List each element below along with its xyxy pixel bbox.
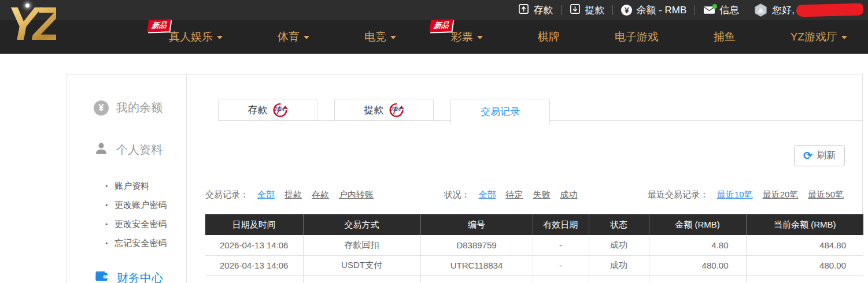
topbar-separator	[695, 5, 695, 15]
cell-status: 成功	[589, 255, 649, 275]
filter-status-failed[interactable]: 失败	[533, 189, 550, 200]
filter-recent-10[interactable]: 最近10笔	[717, 189, 753, 200]
cell-datetime: 2026-04-13 14:06	[205, 255, 303, 275]
content-panel: 存款 7/24 提款 7/24 交易记录 ⟳ 刷新	[187, 74, 863, 283]
new-badge: 新品	[429, 19, 453, 32]
col-header-method: 交易方式	[303, 214, 420, 235]
envelope-icon	[703, 6, 715, 14]
deposit-icon	[518, 3, 529, 17]
tab-label: 交易记录	[481, 105, 520, 118]
nav-label: 捕鱼	[714, 31, 736, 43]
sidebar-item-forgot-security-password[interactable]: 忘记安全密码	[105, 233, 186, 252]
chevron-down-icon	[477, 36, 483, 39]
cell-balance: 484.80	[746, 235, 863, 255]
site-logo[interactable]: YZ	[7, 0, 56, 50]
table-row: 2026-04-13 14:06 存款回扣 D8389759 - 成功 4.80…	[205, 235, 863, 255]
nav-item-board-games[interactable]: 棋牌	[538, 29, 560, 44]
cell-reference	[420, 275, 533, 283]
topbar: 存款 提款 ¥ 余额 - RMB 信息 您好,	[0, 0, 868, 20]
nav-item-lottery[interactable]: 新品 彩票	[451, 29, 483, 44]
cell-amount: 480.00	[649, 255, 746, 275]
cell-method: USDT支付	[303, 255, 420, 275]
deposit-link[interactable]: 存款	[518, 3, 553, 17]
wallet-icon	[94, 269, 109, 283]
filter-status-pending[interactable]: 待定	[505, 189, 523, 200]
cell-valid-date: -	[533, 235, 589, 255]
sidebar-item-profile[interactable]: 个人资料	[67, 141, 186, 159]
nav-label: YZ游戏厅	[791, 31, 837, 43]
cell-balance: 480.00	[746, 255, 863, 275]
table-header-row: 日期及时间 交易方式 编号 有效日期 状态 金额 (RMB) 当前余额 (RMB…	[205, 214, 863, 235]
filter-recent-20[interactable]: 最近20笔	[763, 189, 799, 200]
nav-item-slots[interactable]: 电子游戏	[615, 29, 659, 44]
nav-item-sports[interactable]: 体育	[278, 29, 309, 44]
nav-label: 电子游戏	[615, 31, 659, 43]
tab-label: 提款	[364, 103, 384, 117]
filter-type-withdraw[interactable]: 提款	[285, 189, 302, 200]
cell-datetime: 2026-04-13 14:06	[205, 235, 303, 255]
cell-amount: 4.80	[649, 235, 746, 255]
sidebar-item-change-account-password[interactable]: 更改账户密码	[105, 195, 186, 214]
messages-link[interactable]: 信息	[703, 3, 739, 17]
yen-circle-icon: ¥	[94, 100, 109, 116]
cell-balance	[746, 275, 863, 283]
filter-bar: 交易记录： 全部 提款 存款 户内转账 状况： 全部 待定 失败 成功 最近交易…	[205, 189, 844, 200]
transactions-table: 日期及时间 交易方式 编号 有效日期 状态 金额 (RMB) 当前余额 (RMB…	[205, 214, 863, 283]
sidebar: ¥ 我的余额 个人资料 账户资料 更改账户密码 更改安全密码 忘记安全密码 财务…	[67, 74, 187, 283]
withdraw-icon	[570, 3, 581, 17]
withdraw-link[interactable]: 提款	[570, 3, 604, 17]
refresh-button[interactable]: ⟳ 刷新	[794, 145, 845, 166]
username-redaction	[796, 3, 864, 17]
cell-valid-date: -	[533, 255, 589, 275]
tab-withdraw[interactable]: 提款 7/24	[334, 99, 434, 121]
col-header-datetime: 日期及时间	[205, 214, 303, 235]
cell-reference: D8389759	[420, 235, 533, 255]
balance-label: 余额 - RMB	[636, 3, 686, 17]
nav-label: 电竞	[364, 31, 386, 43]
col-header-reference: 编号	[420, 214, 533, 235]
nav-item-fishing[interactable]: 捕鱼	[714, 29, 736, 44]
chevron-down-icon	[304, 36, 309, 39]
filter-type-all[interactable]: 全部	[257, 189, 275, 200]
refresh-icon: ⟳	[803, 150, 812, 161]
sidebar-item-account-info[interactable]: 账户资料	[105, 176, 186, 195]
nav-item-live-casino[interactable]: 新品 真人娱乐	[169, 29, 223, 44]
filter-recent-50[interactable]: 最近50笔	[808, 189, 844, 200]
sidebar-item-finance-center[interactable]: 财务中心	[67, 269, 186, 283]
sidebar-item-change-security-password[interactable]: 更改安全密码	[105, 214, 186, 233]
cell-status	[589, 275, 649, 283]
site-header: YZ 存款 提款 ¥ 余额 - RMB 信息	[0, 0, 868, 54]
nav-item-yz-hall[interactable]: YZ游戏厅	[791, 29, 847, 44]
messages-label: 信息	[719, 3, 739, 17]
sidebar-item-my-balance[interactable]: ¥ 我的余额	[67, 100, 186, 116]
filter-status-all[interactable]: 全部	[478, 189, 496, 200]
tab-deposit[interactable]: 存款 7/24	[218, 99, 317, 121]
user-avatar-icon[interactable]	[754, 3, 767, 17]
nav-item-esports[interactable]: 电竞	[364, 29, 396, 44]
new-badge: 新品	[147, 19, 171, 32]
tab-transaction-records[interactable]: 交易记录	[450, 99, 550, 124]
nav-label: 真人娱乐	[169, 31, 213, 43]
profile-submenu: 账户资料 更改账户密码 更改安全密码 忘记安全密码	[105, 176, 186, 252]
col-header-status: 状态	[589, 214, 649, 235]
notification-dot	[712, 4, 717, 9]
filter-type-label: 交易记录：	[205, 189, 249, 200]
cell-amount	[649, 275, 746, 283]
filter-group-recent: 最近交易记录： 最近10笔 最近20笔 最近50笔	[648, 189, 844, 200]
cell-method: 存款回扣	[303, 235, 420, 255]
filter-group-type: 交易记录： 全部 提款 存款 户内转账	[205, 189, 374, 200]
filter-type-internal-transfer[interactable]: 户内转账	[339, 189, 374, 200]
chevron-down-icon	[390, 36, 396, 39]
yen-icon: ¥	[621, 5, 632, 16]
refresh-label: 刷新	[817, 150, 836, 162]
service-7-24-icon: 7/24	[272, 102, 288, 118]
cell-status: 成功	[589, 235, 649, 255]
logo-sparkle	[25, 3, 29, 8]
topbar-separator	[561, 5, 562, 15]
filter-status-success[interactable]: 成功	[560, 189, 577, 200]
person-icon	[94, 141, 109, 159]
col-header-balance: 当前余额 (RMB)	[746, 214, 863, 235]
nav-label: 棋牌	[538, 31, 560, 43]
filter-type-deposit[interactable]: 存款	[312, 189, 329, 200]
balance-display[interactable]: ¥ 余额 - RMB	[621, 3, 686, 17]
